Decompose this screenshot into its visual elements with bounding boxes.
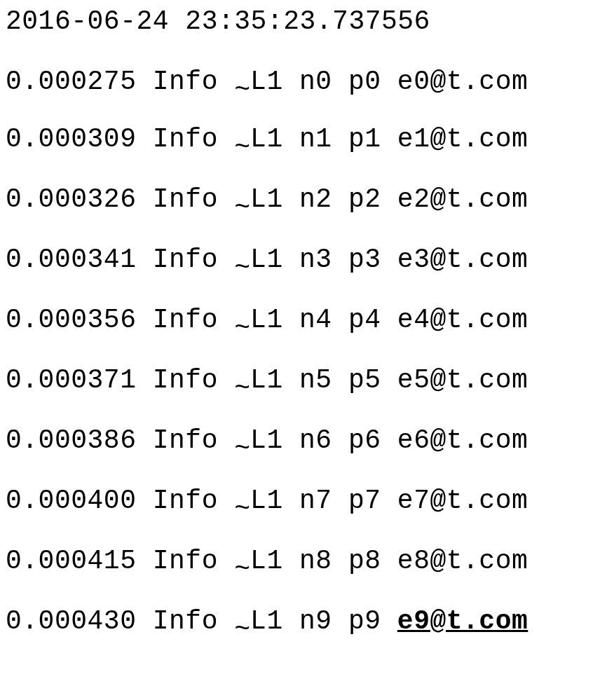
log-p: p8 xyxy=(348,546,381,576)
log-time: 0.000326 xyxy=(6,184,136,214)
log-tag: L1 xyxy=(250,184,283,214)
log-p: p5 xyxy=(348,365,381,395)
log-n: n8 xyxy=(299,546,332,576)
log-n: n3 xyxy=(299,245,332,275)
log-n: n4 xyxy=(299,305,332,335)
log-email: e5@t.com xyxy=(397,365,528,395)
log-n: n7 xyxy=(299,486,332,516)
log-line: 0.000386 Info L1 n6 p6 e6@t.com xyxy=(6,427,608,454)
log-email: e6@t.com xyxy=(397,425,528,455)
log-time: 0.000309 xyxy=(6,124,136,154)
log-level: Info xyxy=(153,184,218,214)
log-line: 0.000309 Info L1 n1 p1 e1@t.com xyxy=(6,126,608,153)
log-tag: L1 xyxy=(250,365,283,395)
log-n: n6 xyxy=(299,425,332,455)
log-email: e0@t.com xyxy=(397,67,528,97)
log-tag: L1 xyxy=(250,245,283,275)
log-n: n5 xyxy=(299,365,332,395)
log-p: p6 xyxy=(348,425,381,455)
log-line: 0.000275 Info L1 n0 p0 e0@t.com xyxy=(6,69,608,95)
log-tag: L1 xyxy=(250,425,283,455)
log-rows-container: 0.000275 Info L1 n0 p0 e0@t.com0.000309 … xyxy=(6,69,608,635)
log-n: n0 xyxy=(299,67,332,97)
log-time: 0.000341 xyxy=(6,245,136,275)
log-line: 0.000341 Info L1 n3 p3 e3@t.com xyxy=(6,247,608,273)
log-email: e7@t.com xyxy=(397,486,528,516)
log-p: p4 xyxy=(348,305,381,335)
log-tag: L1 xyxy=(250,486,283,516)
log-tag: L1 xyxy=(250,546,283,576)
log-line: 0.000371 Info L1 n5 p5 e5@t.com xyxy=(6,367,608,394)
log-line: 0.000400 Info L1 n7 p7 e7@t.com xyxy=(6,488,608,514)
log-p: p3 xyxy=(348,245,381,275)
log-time: 0.000415 xyxy=(6,546,136,576)
log-p: p0 xyxy=(348,67,381,97)
log-time: 0.000430 xyxy=(6,606,136,636)
log-p: p2 xyxy=(348,184,381,214)
log-n: n1 xyxy=(299,124,332,154)
log-tag: L1 xyxy=(250,305,283,335)
log-level: Info xyxy=(153,245,218,275)
log-time: 0.000275 xyxy=(6,67,136,97)
log-level: Info xyxy=(153,486,218,516)
log-level: Info xyxy=(153,606,218,636)
log-email: e8@t.com xyxy=(397,546,528,576)
log-timestamp: 2016-06-24 23:35:23.737556 xyxy=(6,8,608,35)
log-line: 0.000415 Info L1 n8 p8 e8@t.com xyxy=(6,548,608,575)
log-n: n9 xyxy=(299,606,332,636)
log-level: Info xyxy=(153,546,218,576)
log-level: Info xyxy=(153,305,218,335)
log-level: Info xyxy=(153,425,218,455)
log-level: Info xyxy=(153,67,218,97)
log-time: 0.000400 xyxy=(6,486,136,516)
log-email: e1@t.com xyxy=(397,124,528,154)
log-time: 0.000371 xyxy=(6,365,136,395)
log-line: 0.000356 Info L1 n4 p4 e4@t.com xyxy=(6,307,608,334)
log-tag: L1 xyxy=(250,67,283,97)
log-p: p7 xyxy=(348,486,381,516)
log-time: 0.000356 xyxy=(6,305,136,335)
log-p: p9 xyxy=(348,606,381,636)
log-line: 0.000326 Info L1 n2 p2 e2@t.com xyxy=(6,186,608,213)
log-email[interactable]: e9@t.com xyxy=(397,606,528,636)
log-email: e3@t.com xyxy=(397,245,528,275)
log-time: 0.000386 xyxy=(6,425,136,455)
log-level: Info xyxy=(153,124,218,154)
log-level: Info xyxy=(153,365,218,395)
log-email: e2@t.com xyxy=(397,184,528,214)
log-n: n2 xyxy=(299,184,332,214)
log-line: 0.000430 Info L1 n9 p9 e9@t.com xyxy=(6,608,608,635)
log-email: e4@t.com xyxy=(397,305,528,335)
log-p: p1 xyxy=(348,124,381,154)
log-tag: L1 xyxy=(250,124,283,154)
log-tag: L1 xyxy=(250,606,283,636)
